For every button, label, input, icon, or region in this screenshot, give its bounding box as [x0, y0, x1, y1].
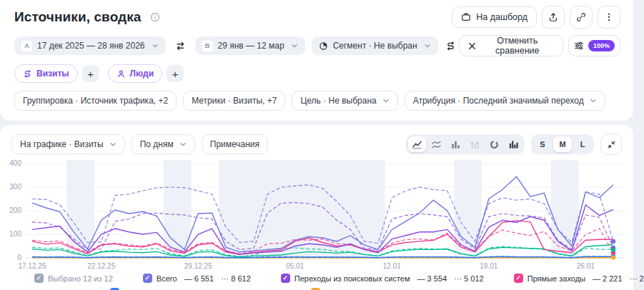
- tag-people[interactable]: Люди: [108, 64, 163, 83]
- legend-total-a: — 6 551: [184, 274, 214, 283]
- chart-type-doughnut-button[interactable]: [485, 136, 503, 152]
- chart-type-line-button[interactable]: [408, 136, 426, 152]
- person-icon: [117, 69, 126, 79]
- legend-item[interactable]: ✓Всего— 6 551··· 8 612: [143, 274, 251, 283]
- chart-type-group: [406, 134, 525, 154]
- sampling-button[interactable]: 100%: [568, 35, 620, 56]
- tag-visits-label: Визиты: [36, 69, 69, 79]
- size-s-button[interactable]: S: [533, 136, 552, 152]
- add-people-metric-button[interactable]: +: [167, 65, 184, 82]
- period-b-badge: B: [202, 41, 213, 51]
- add-visits-metric-button[interactable]: +: [82, 65, 99, 82]
- filter-goal-label: Цель · Не выбрана: [300, 96, 376, 106]
- legend-total-a: — 3 554: [417, 274, 447, 283]
- legend-series-label: Прямые заходы: [527, 274, 585, 283]
- legend-series-label: Переходы из поисковых систем: [294, 274, 410, 283]
- legend-checkbox[interactable]: ✓: [514, 274, 523, 283]
- legend-row-1: ✓ Выбрано 12 из 12 ✓Всего— 6 551··· 8 61…: [0, 274, 633, 283]
- cancel-compare-label: Отменить сравнение: [481, 36, 554, 56]
- collapse-chart-button[interactable]: [600, 134, 622, 155]
- period-b-label: 29 янв — 12 мар: [218, 41, 284, 51]
- segment-selector[interactable]: Сегмент · Не выбран: [312, 36, 438, 55]
- x-axis-tick: 17.12.25: [19, 262, 46, 270]
- x-axis-tick: 26.01: [577, 262, 595, 270]
- legend-total-a: — 2 221: [593, 274, 623, 283]
- metric-tags-row: Визиты + Люди +: [14, 64, 620, 83]
- x-axis-tick: 05.01: [286, 262, 304, 270]
- filter-goal[interactable]: Цель · Не выбрана: [292, 91, 397, 111]
- size-m-button[interactable]: M: [553, 136, 572, 152]
- legend-checkbox[interactable]: ✓: [281, 274, 290, 283]
- y-axis-tick: 0: [17, 254, 21, 261]
- legend-series-label: Всего: [157, 274, 177, 283]
- on-chart-selector[interactable]: На графике · Визиты: [11, 134, 125, 154]
- notes-button[interactable]: Примечания: [202, 134, 268, 154]
- segment-pie-icon: [319, 41, 328, 51]
- y-axis-tick: 200: [9, 206, 21, 214]
- info-icon[interactable]: [147, 12, 163, 22]
- legend-selected-toggle[interactable]: ✓ Выбрано 12 из 12: [34, 274, 113, 283]
- x-axis-tick: 29.12.25: [184, 262, 212, 270]
- filter-attribution-label: Атрибуция · Последний значимый переход: [413, 96, 584, 106]
- page-title: Источники, сводка: [14, 9, 142, 25]
- chart-legend: ✓ Выбрано 12 из 12 ✓Всего— 6 551··· 8 61…: [0, 274, 633, 290]
- select-all-checkbox[interactable]: ✓: [34, 274, 44, 283]
- to-dashboard-label: На дашборд: [476, 12, 527, 22]
- legend-total-b: ··· 8 612: [221, 274, 251, 283]
- kebab-icon: [604, 12, 614, 22]
- close-icon: [468, 42, 476, 50]
- series-endpoint-dot: [611, 247, 615, 251]
- x-axis-tick: 12.01: [383, 262, 401, 270]
- to-dashboard-button[interactable]: На дашборд: [452, 6, 537, 28]
- chart-type-histogram-button[interactable]: [505, 136, 522, 152]
- granularity-selector[interactable]: По дням: [132, 134, 195, 154]
- y-axis-tick: 100: [9, 230, 21, 238]
- legend-checkbox[interactable]: ✓: [143, 274, 152, 283]
- chevron-down-icon: [590, 97, 597, 104]
- chevron-down-icon: [424, 42, 431, 49]
- export-button[interactable]: [542, 6, 565, 29]
- tag-visits[interactable]: Визиты: [14, 64, 78, 83]
- stacked-bar-icon: [470, 139, 480, 150]
- chevron-down-icon: [179, 141, 187, 148]
- stacked-lines-icon: [431, 139, 442, 150]
- collapse-icon: [607, 140, 616, 149]
- period-a-selector[interactable]: A 17 дек 2025 — 28 янв 2026: [14, 36, 166, 55]
- more-button[interactable]: [598, 6, 620, 29]
- copy-link-button[interactable]: [570, 6, 593, 29]
- legend-item[interactable]: ✓Прямые заходы— 2 221··· 2 371: [514, 274, 644, 283]
- cancel-compare-button[interactable]: Отменить сравнение: [459, 35, 563, 56]
- filter-attribution[interactable]: Атрибуция · Последний значимый переход: [405, 91, 605, 111]
- filters-row: Группировка · Источник трафика, +2 Метри…: [14, 91, 620, 111]
- filter-grouping[interactable]: Группировка · Источник трафика, +2: [14, 91, 177, 111]
- visits-icon: [23, 69, 32, 79]
- period-b-selector[interactable]: B 29 янв — 12 мар: [195, 36, 305, 55]
- series-endpoint-dot: [611, 239, 615, 244]
- chart-toolbar: На графике · Визиты По дням Примечания: [0, 134, 633, 155]
- chart-card: На графике · Визиты По дням Примечания: [0, 125, 633, 290]
- series-endpoint-dot: [611, 255, 615, 259]
- chart-type-stacked-bars-button[interactable]: [466, 136, 484, 152]
- sliders-icon: [574, 41, 584, 51]
- size-l-button[interactable]: L: [573, 136, 592, 152]
- report-header-card: Источники, сводка На дашборд: [0, 0, 633, 121]
- legend-item[interactable]: ✓Переходы из поисковых систем— 3 554··· …: [281, 274, 484, 283]
- tag-people-label: Люди: [130, 69, 154, 79]
- metrica-report-page: Источники, сводка На дашборд: [0, 0, 633, 290]
- sources-line-chart[interactable]: 010020030040017.12.2522.12.2529.12.2505.…: [0, 158, 633, 272]
- swap-periods-button[interactable]: [172, 41, 189, 51]
- link-icon: [576, 12, 586, 22]
- legend-total-b: ··· 5 012: [454, 274, 484, 283]
- share-icon: [548, 12, 558, 22]
- period-row: A 17 дек 2025 — 28 янв 2026 B 29 янв — 1…: [14, 35, 620, 56]
- on-chart-label: На графике · Визиты: [20, 139, 104, 149]
- filter-metrics[interactable]: Метрики · Визиты, +7: [183, 91, 285, 111]
- legend-selected-label: Выбрано 12 из 12: [48, 274, 113, 283]
- chart-type-stacked-line-button[interactable]: [427, 136, 445, 152]
- chart-type-bars-button[interactable]: [447, 136, 465, 152]
- filter-grouping-label: Группировка · Источник трафика, +2: [23, 96, 168, 106]
- histogram-icon: [508, 139, 519, 150]
- sampling-badge: 100%: [588, 40, 615, 51]
- swap-icon: [175, 41, 186, 51]
- compare-metrics-button[interactable]: [442, 41, 459, 51]
